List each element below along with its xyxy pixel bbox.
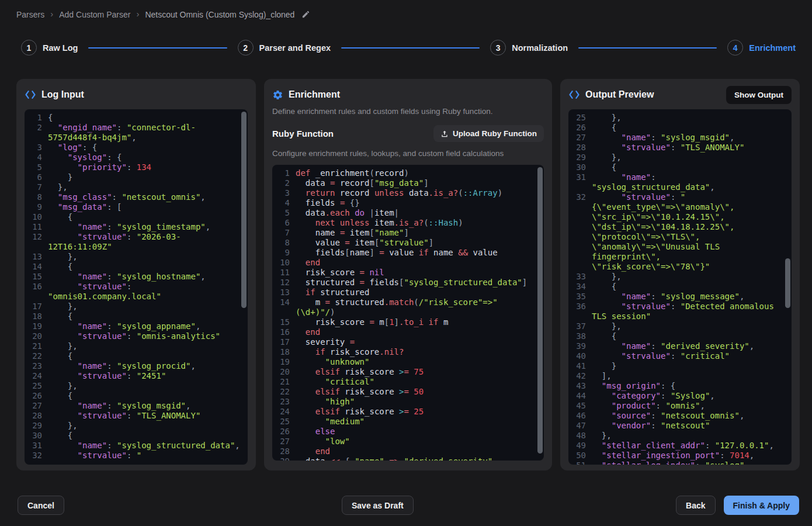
line-content: elsif risk_score >= 50 (296, 387, 530, 397)
line-number: 25 (572, 113, 586, 123)
line-number: 23 (28, 361, 42, 371)
code-line: 28 "strvalue": "TLS_ANOMALY" (572, 143, 789, 153)
code-line: 17 }, (28, 302, 245, 312)
step-label: Parser and Regex (259, 43, 331, 53)
line-number: 28 (28, 411, 42, 421)
code-line: 11 risk_score = nil (276, 268, 542, 278)
line-content: }, (592, 431, 782, 441)
line-content: fields = {} (296, 198, 530, 208)
output-preview-editor[interactable]: 25 },26 {27 "name": "syslog_msgid",28 "s… (568, 109, 792, 465)
code-line: 22 { (28, 351, 245, 361)
line-number: 47 (572, 421, 586, 431)
code-line: 19 "unknown" (276, 357, 542, 367)
code-line: 29 }, (572, 153, 789, 162)
line-content: "log": { (48, 143, 241, 153)
code-line: 31 "name": "syslog_structured_data", (28, 441, 245, 451)
line-number: 23 (276, 397, 290, 407)
output-preview-panel: Output Preview Show Output 25 },26 {27 "… (560, 79, 800, 470)
breadcrumb-add-custom-parser[interactable]: Add Custom Parser (59, 10, 130, 19)
line-number: 45 (572, 401, 586, 411)
log-input-editor[interactable]: 1{2 "engid_name": "connector-dl-5757d448… (25, 109, 248, 465)
line-number: 16 (276, 327, 290, 337)
line-number: 15 (28, 272, 42, 282)
code-line: 18 if risk_score.nil? (276, 347, 542, 357)
line-content: severity = (296, 337, 530, 347)
scrollbar (241, 109, 247, 465)
line-content: "strvalue": "Detected anomalous TLS sess… (592, 302, 782, 321)
line-number: 20 (28, 331, 42, 341)
line-number: 13 (276, 288, 290, 297)
line-content: "strvalue": "TLS_ANOMALY" (48, 411, 241, 421)
line-number: 22 (276, 387, 290, 397)
line-number: 10 (28, 212, 42, 222)
log-input-panel: Log Input 1{2 "engid_name": "connector-d… (16, 79, 256, 470)
finish-apply-button[interactable]: Finish & Apply (724, 496, 799, 515)
line-number: 40 (572, 351, 586, 361)
scrollbar (537, 165, 543, 461)
line-content: "name": "syslog_timestamp", (48, 222, 241, 232)
footer-actions: Cancel Save as Draft Back Finish & Apply (18, 496, 799, 515)
code-line: 27 "name": "syslog_msgid", (572, 133, 789, 143)
scrollbar-thumb[interactable] (785, 258, 790, 308)
line-number: 50 (572, 451, 586, 461)
line-number: 27 (28, 401, 42, 411)
line-content: "name": "syslog_msgid", (592, 133, 782, 143)
line-number: 31 (28, 441, 42, 451)
save-as-draft-button[interactable]: Save as Draft (342, 496, 414, 515)
line-content: end (296, 327, 530, 337)
step-raw-log[interactable]: 1 Raw Log (21, 40, 78, 56)
line-number: 24 (28, 371, 42, 381)
step-label: Normalization (512, 43, 568, 53)
code-line: 1def _enrichment(record) (276, 168, 542, 178)
step-parser-and-regex[interactable]: 2 Parser and Regex (238, 40, 331, 56)
code-line: 8 "msg_class": "netscout_omnis", (28, 192, 245, 202)
code-brackets-icon (25, 89, 36, 100)
code-line: 22 elsif risk_score >= 50 (276, 387, 542, 397)
line-content: "unknown" (296, 357, 530, 367)
line-content: data.each do |item| (296, 208, 530, 218)
line-number: 7 (276, 228, 290, 238)
line-content: "strvalue": "omnis-analytics" (48, 331, 241, 341)
code-line: 25 }, (572, 113, 789, 123)
scrollbar-thumb[interactable] (241, 112, 247, 308)
back-button[interactable]: Back (676, 496, 715, 515)
scrollbar (785, 109, 790, 465)
upload-ruby-function-button[interactable]: Upload Ruby Function (433, 125, 544, 142)
line-content: if risk_score.nil? (296, 347, 530, 357)
code-line: 9 fields[name] = value if name && value (276, 248, 542, 258)
line-content: "name": "syslog_msgid", (48, 401, 241, 411)
show-output-button[interactable]: Show Output (726, 86, 792, 104)
line-number: 7 (28, 182, 42, 192)
code-line: 16 "strvalue": "omnis01.company.local" (28, 282, 245, 302)
breadcrumb: Parsers › Add Custom Parser › Netscout O… (16, 9, 310, 19)
code-line: 44 "category": "Syslog", (572, 391, 789, 401)
line-content: value = item["strvalue"] (296, 238, 530, 248)
code-line: 14 m = structured.match(/"risk_score"=>"… (276, 297, 542, 317)
code-line: 6 next unless item.is_a?(::Hash) (276, 218, 542, 228)
panel-title: Log Input (41, 89, 84, 100)
line-content: }, (48, 421, 241, 431)
line-number: 8 (276, 238, 290, 248)
line-number: 20 (276, 367, 290, 377)
code-line: 4 fields = {} (276, 198, 542, 208)
scrollbar-thumb[interactable] (537, 167, 543, 454)
edit-pencil-icon[interactable] (301, 10, 310, 19)
code-line: 16 end (276, 327, 542, 337)
line-content: "high" (296, 397, 530, 407)
code-line: 47 "vendor": "netscout" (572, 421, 789, 431)
line-content: { (48, 312, 241, 321)
line-content: "msg_origin": { (592, 381, 782, 391)
code-line: 21 "critical" (276, 377, 542, 387)
line-number: 13 (28, 252, 42, 262)
line-content: }, (592, 153, 782, 162)
line-number: 36 (572, 302, 586, 312)
code-line: 38 { (572, 331, 789, 341)
breadcrumb-parsers[interactable]: Parsers (16, 10, 44, 19)
cancel-button[interactable]: Cancel (18, 496, 64, 515)
line-number: 9 (276, 248, 290, 258)
code-line: 25 "medium" (276, 417, 542, 427)
step-enrichment[interactable]: 4 Enrichment (727, 40, 796, 56)
step-normalization[interactable]: 3 Normalization (490, 40, 568, 56)
line-content: }, (48, 252, 241, 262)
ruby-function-editor[interactable]: 1def _enrichment(record)2 data = record[… (272, 165, 544, 461)
